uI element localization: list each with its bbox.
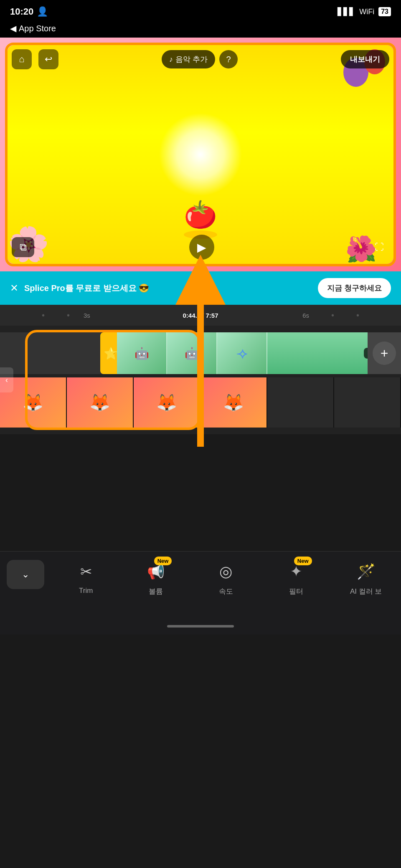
video-controls-bottom: ⧉ ▶ ⛶	[12, 235, 389, 260]
filter-icon: ✦	[290, 563, 302, 580]
robot-icon-1: 🤖	[135, 347, 149, 360]
chevron-down-icon: ⌄	[22, 569, 29, 580]
status-icons: ▋▋▋ WiFi 73	[338, 7, 391, 16]
video-controls-top: ⌂ ↩ ♪ 음악 추가 ? 내보내기	[12, 49, 389, 69]
timeline-area: 3s 0:44.0 / 7:57 6s • • • • ‹ 🌟 🤖	[0, 305, 401, 434]
clip-thumb-1: 🤖	[117, 332, 167, 374]
filter-label: 필터	[289, 587, 303, 596]
ai-icon-wrap: 🪄	[354, 560, 378, 583]
status-bar: 10:20 👤 ▋▋▋ WiFi 73	[0, 0, 401, 22]
bottom-toolbar: ⌄ ✂ Trim 📢 New 볼륨 ◎ 속도 ✦ New	[0, 551, 401, 618]
fullscreen-button[interactable]: ⛶	[369, 237, 389, 257]
photo-cell-2: 🦊	[67, 377, 134, 428]
play-button[interactable]: ▶	[189, 235, 214, 260]
video-character: 🍅	[184, 199, 217, 230]
fullscreen-icon: ⛶	[375, 242, 384, 253]
clip-thumb-2: 🤖	[167, 332, 217, 374]
undo-icon: ↩	[45, 54, 52, 65]
filter-icon-wrap: ✦ New	[284, 560, 308, 583]
app-store-label: App Store	[19, 24, 56, 33]
promo-cta-button[interactable]: 지금 청구하세요	[318, 278, 391, 298]
timeline-ruler: 3s 0:44.0 / 7:57 6s • • • •	[0, 305, 401, 326]
toolbar-item-trim[interactable]: ✂ Trim	[65, 560, 107, 596]
wifi-icon: WiFi	[359, 8, 374, 16]
volume-icon-wrap: 📢 New	[144, 560, 168, 583]
empty-area	[0, 434, 401, 551]
toolbar-items: ✂ Trim 📢 New 볼륨 ◎ 속도 ✦ New 필터	[51, 560, 401, 596]
music-button[interactable]: ♪ 음악 추가	[162, 50, 215, 68]
ruler-dot4: •	[331, 311, 334, 320]
photo-cell-5	[267, 377, 334, 428]
home-button[interactable]: ⌂	[12, 49, 32, 69]
chevron-left-icon: ‹	[5, 376, 8, 385]
home-bar	[167, 625, 234, 628]
toolbar-item-filter[interactable]: ✦ New 필터	[275, 560, 317, 596]
signal-icon: ▋▋▋	[338, 7, 355, 16]
export-button[interactable]: 내보내기	[341, 50, 389, 68]
speed-icon: ◎	[219, 563, 232, 580]
undo-button[interactable]: ↩	[38, 49, 58, 69]
ai-color-icon: 🪄	[357, 563, 376, 580]
copy-button[interactable]: ⧉	[12, 237, 34, 257]
promo-close-button[interactable]: ✕	[10, 282, 18, 294]
ctrl-center: ♪ 음악 추가 ?	[162, 50, 238, 68]
track-scroll-arrow[interactable]: ‹	[0, 367, 13, 392]
promo-banner: ✕ Splice Pro를 무료로 받으세요 😎 지금 청구하세요	[0, 271, 401, 305]
play-icon: ▶	[197, 240, 206, 254]
person-icon: 👤	[37, 6, 48, 17]
add-clip-icon: +	[373, 342, 396, 365]
ruler-dot3: •	[356, 311, 359, 320]
help-button[interactable]: ?	[219, 50, 238, 68]
ruler-mark-6s: 6s	[302, 312, 309, 319]
clip-thumb-3: ⟢	[217, 332, 267, 374]
toolbar-item-volume[interactable]: 📢 New 볼륨	[135, 560, 177, 596]
battery-badge: 73	[378, 7, 391, 16]
volume-label: 볼륨	[149, 587, 163, 596]
scissors-icon: ✂	[80, 563, 92, 580]
back-chevron-icon: ◀	[10, 23, 16, 33]
ruler-dot1: •	[42, 311, 45, 320]
speed-label: 속도	[219, 587, 233, 596]
add-clip-button[interactable]: +	[368, 332, 401, 374]
photo-cell-4-content: 🦊	[223, 393, 244, 412]
photo-cell-4: 🦊	[200, 377, 267, 428]
promo-text: Splice Pro를 무료로 받으세요 😎	[24, 283, 318, 294]
photo-cell-3-content: 🦊	[156, 393, 177, 412]
music-note-icon: ♪	[169, 55, 173, 64]
app-store-back[interactable]: ◀ App Store	[0, 22, 401, 38]
ctrl-right: 내보내기	[341, 50, 389, 68]
ruler-mark-3s: 3s	[84, 312, 90, 319]
yellow-clip-emoji: 🌟	[104, 347, 118, 360]
video-clip[interactable]: 🤖 🤖 ⟢ 7:54.44	[117, 332, 401, 374]
video-content: 🍅 🌸 🌺	[8, 45, 393, 264]
volume-new-badge: New	[154, 557, 172, 565]
photo-cell-3: 🦊	[134, 377, 200, 428]
trim-label: Trim	[79, 587, 93, 595]
video-track: 🌟 🤖 🤖 ⟢ 7:54.44 +	[0, 332, 401, 374]
volume-icon: 📢	[147, 563, 165, 580]
robot-icon-2: 🤖	[185, 347, 199, 360]
video-preview-wrapper: 🍅 🌸 🌺 ⌂ ↩ ♪ 음악 추가 ? 내보내기	[0, 38, 401, 271]
toolbar-item-speed[interactable]: ◎ 속도	[205, 560, 247, 596]
photo-cell-1-content: 🦊	[23, 393, 43, 412]
toolbar-toggle-button[interactable]: ⌄	[7, 560, 44, 589]
photo-cell-2-content: 🦊	[89, 393, 110, 412]
ctrl-left: ⌂ ↩	[12, 49, 58, 69]
robot-icon-3: ⟢	[236, 344, 248, 362]
copy-icon: ⧉	[20, 241, 27, 253]
music-label: 음악 추가	[175, 54, 208, 64]
question-mark-icon: ?	[226, 55, 231, 64]
export-label: 내보내기	[350, 55, 380, 63]
video-glow	[159, 113, 242, 196]
photo-track: 🦊 🦊 🦊 🦊	[0, 377, 401, 428]
timeline-tracks: ‹ 🌟 🤖 🤖 ⟢ 7:54.44	[0, 326, 401, 434]
home-icon: ⌂	[19, 54, 24, 65]
filter-new-badge: New	[294, 557, 312, 565]
status-time: 10:20 👤	[10, 6, 48, 17]
toolbar-item-ai[interactable]: 🪄 AI 컬러 보	[345, 560, 387, 596]
speed-icon-wrap: ◎	[214, 560, 238, 583]
ruler-playhead-line	[200, 305, 201, 326]
ai-label: AI 컬러 보	[350, 587, 382, 596]
trim-icon-wrap: ✂	[74, 560, 98, 583]
ruler-dot2: •	[67, 311, 70, 320]
